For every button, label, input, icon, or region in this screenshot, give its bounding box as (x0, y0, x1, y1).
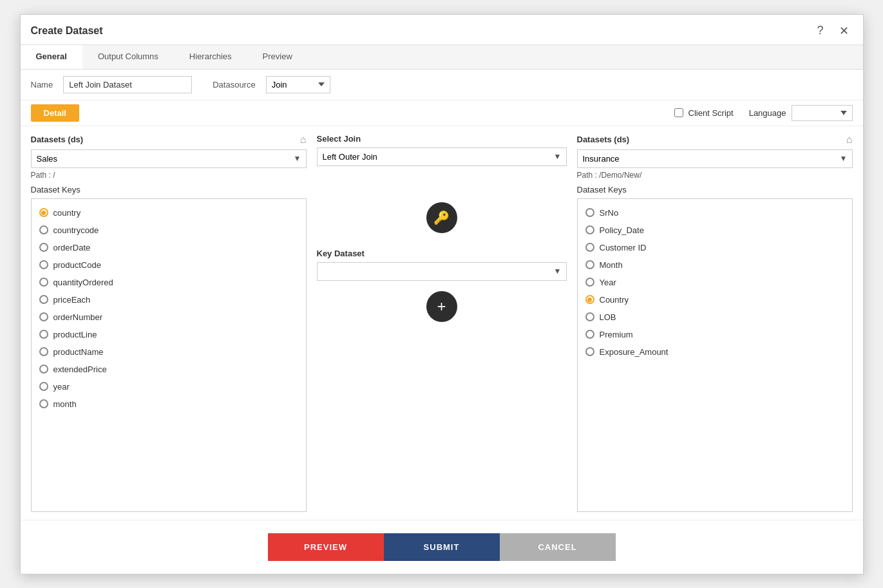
language-label: Language (749, 108, 786, 118)
key-policy-date: Policy_Date (600, 225, 644, 235)
right-dataset-select[interactable]: Insurance Sales Orders (577, 149, 853, 168)
tab-output-columns[interactable]: Output Columns (82, 45, 174, 69)
list-item[interactable]: orderNumber (32, 308, 306, 326)
cancel-button[interactable]: CANCEL (500, 533, 616, 561)
list-item[interactable]: country (32, 204, 306, 222)
right-keys-title: Dataset Keys (577, 185, 853, 194)
right-path-label: Path : (577, 171, 597, 180)
key-productcode: productCode (53, 260, 101, 270)
select-join-title: Select Join (317, 134, 567, 144)
radio-extendedprice[interactable] (39, 365, 48, 374)
join-select-wrapper: Left Outer Join Inner Join Right Outer J… (317, 147, 567, 166)
key-dataset-select-wrapper: ▼ (317, 262, 567, 281)
radio-orderdate[interactable] (39, 243, 48, 252)
radio-priceeach[interactable] (39, 295, 48, 304)
radio-year-right[interactable] (585, 278, 594, 287)
radio-month[interactable] (39, 399, 48, 408)
tab-hierarchies[interactable]: Hierarchies (174, 45, 247, 69)
left-dataset-select[interactable]: Sales Insurance Orders (31, 149, 307, 168)
list-item[interactable]: Month (578, 256, 852, 274)
list-item[interactable]: Year (578, 274, 852, 291)
radio-policy-date[interactable] (585, 225, 594, 234)
list-item[interactable]: Premium (578, 326, 852, 343)
radio-countrycode[interactable] (39, 225, 48, 234)
dialog-header: Create Dataset ? ✕ (21, 15, 863, 45)
key-month: month (53, 399, 77, 409)
submit-button[interactable]: SUBMIT (384, 533, 500, 561)
right-path-row: Path : /Demo/New/ (577, 171, 853, 180)
key-country-right: Country (600, 295, 629, 305)
key-dataset-title: Key Dataset (317, 249, 567, 258)
list-item[interactable]: productName (32, 343, 306, 361)
key-month-right: Month (600, 260, 623, 270)
help-button[interactable]: ? (813, 23, 827, 39)
right-home-button[interactable]: ⌂ (846, 134, 853, 146)
radio-ordernumber[interactable] (39, 312, 48, 321)
key-year-right: Year (600, 278, 616, 287)
radio-country[interactable] (39, 208, 48, 217)
key-button[interactable]: 🔑 (426, 202, 457, 233)
close-button[interactable]: ✕ (835, 23, 853, 39)
list-item[interactable]: orderDate (32, 239, 306, 256)
right-keys-list: SrNo Policy_Date Customer ID Month Year (577, 198, 853, 512)
preview-button[interactable]: PREVIEW (268, 533, 384, 561)
radio-country-right[interactable] (585, 295, 594, 304)
list-item[interactable]: Exposure_Amount (578, 343, 852, 361)
key-extendedprice: extendedPrice (53, 365, 107, 374)
key-orderdate: orderDate (53, 243, 91, 252)
radio-exposure[interactable] (585, 347, 594, 356)
list-item[interactable]: productCode (32, 256, 306, 274)
radio-productline[interactable] (39, 330, 48, 339)
datasource-label: Datasource (213, 80, 255, 90)
radio-lob[interactable] (585, 312, 594, 321)
radio-year[interactable] (39, 382, 48, 391)
join-select[interactable]: Left Outer Join Inner Join Right Outer J… (317, 147, 567, 166)
datasource-select[interactable]: Join SQL CSV JSON (266, 76, 330, 93)
language-select[interactable]: JavaScript Python (792, 105, 853, 121)
list-item[interactable]: priceEach (32, 291, 306, 308)
list-item[interactable]: month (32, 395, 306, 413)
right-panel-title: Datasets (ds) (577, 135, 630, 144)
list-item[interactable]: Country (578, 291, 852, 308)
left-path-value: / (53, 171, 55, 180)
radio-quantityordered[interactable] (39, 278, 48, 287)
radio-premium[interactable] (585, 330, 594, 339)
key-icon: 🔑 (433, 210, 450, 225)
key-premium: Premium (600, 330, 633, 339)
list-item[interactable]: LOB (578, 308, 852, 326)
left-home-button[interactable]: ⌂ (300, 134, 307, 146)
add-button[interactable]: + (426, 291, 457, 322)
name-input[interactable] (63, 76, 192, 93)
add-icon: + (437, 298, 446, 316)
middle-panel: Select Join Left Outer Join Inner Join R… (307, 134, 577, 512)
key-year: year (53, 382, 70, 392)
list-item[interactable]: SrNo (578, 204, 852, 222)
radio-customer-id[interactable] (585, 243, 594, 252)
tab-general[interactable]: General (21, 45, 82, 69)
left-keys-title: Dataset Keys (31, 185, 307, 194)
list-item[interactable]: Customer ID (578, 239, 852, 256)
tab-preview[interactable]: Preview (247, 45, 308, 69)
key-dataset-select[interactable] (317, 262, 567, 281)
left-keys-list: country countrycode orderDate productCod… (31, 198, 307, 512)
radio-month-right[interactable] (585, 260, 594, 269)
client-script-row: Client Script Language JavaScript Python… (674, 105, 853, 121)
list-item[interactable]: quantityOrdered (32, 274, 306, 291)
list-item[interactable]: productLine (32, 326, 306, 343)
left-dataset-select-wrapper: Sales Insurance Orders ▼ (31, 149, 307, 168)
list-item[interactable]: countrycode (32, 222, 306, 239)
list-item[interactable]: year (32, 378, 306, 395)
list-item[interactable]: Policy_Date (578, 222, 852, 239)
key-lob: LOB (600, 312, 616, 322)
key-ordernumber: orderNumber (53, 312, 103, 322)
list-item[interactable]: extendedPrice (32, 361, 306, 378)
radio-productname[interactable] (39, 347, 48, 356)
left-panel-header: Datasets (ds) ⌂ (31, 134, 307, 146)
left-panel: Datasets (ds) ⌂ Sales Insurance Orders ▼… (31, 134, 307, 512)
client-script-checkbox[interactable] (674, 108, 683, 117)
key-productline: productLine (53, 330, 97, 339)
client-script-label: Client Script (688, 108, 734, 118)
radio-srno[interactable] (585, 208, 594, 217)
detail-button[interactable]: Detail (31, 104, 79, 122)
radio-productcode[interactable] (39, 260, 48, 269)
